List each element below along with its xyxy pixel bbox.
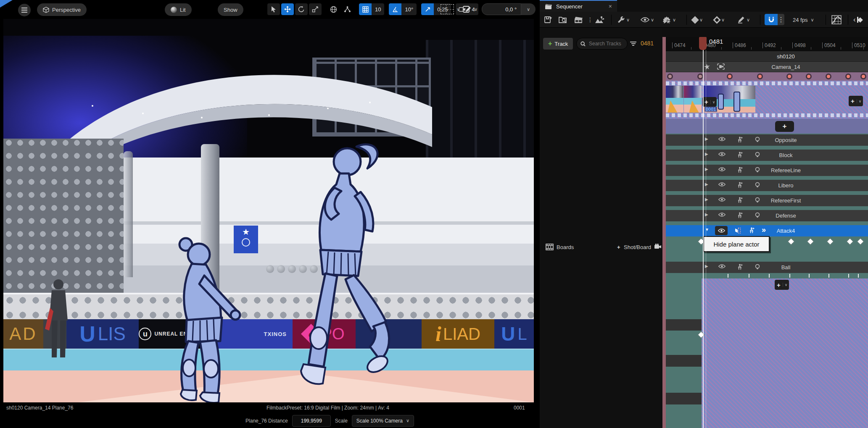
timeline-lower-area: +∨: [666, 278, 868, 428]
search-tracks-input[interactable]: [588, 40, 623, 47]
autokey-options-dropdown[interactable]: ∨: [714, 15, 725, 25]
toolbar-options-dots-icon[interactable]: ⋮: [587, 15, 593, 25]
select-tool-button[interactable]: [267, 3, 280, 15]
plane-scale-label: Scale: [335, 418, 348, 424]
keyframe-dot[interactable]: [757, 74, 763, 79]
keyframe-diamond[interactable]: [847, 238, 854, 245]
filter-icon[interactable]: [630, 42, 636, 46]
filmstrip-track[interactable]: 0001 +∨ +∨: [666, 81, 868, 119]
camera-cut-keyframe-bar[interactable]: [666, 72, 868, 81]
browse-sequence-icon[interactable]: [559, 15, 567, 25]
camera-angle-dropdown[interactable]: ∨: [521, 3, 536, 15]
rotation-snap-value[interactable]: 10°: [401, 3, 417, 15]
plus-icon[interactable]: +: [617, 244, 620, 250]
sequencer-tab[interactable]: Sequencer ×: [540, 0, 617, 12]
search-tracks-box[interactable]: [576, 38, 628, 50]
render-movie-icon[interactable]: [574, 15, 583, 25]
camera-track[interactable]: Camera_14: [666, 62, 868, 72]
keyframe-diamond[interactable]: [807, 238, 814, 245]
camera-angle-field[interactable]: 0,0 °: [482, 3, 521, 15]
playhead-marker[interactable]: [699, 37, 707, 50]
lit-label: Lit: [180, 7, 186, 13]
chevron-down-icon[interactable]: ∨: [474, 7, 478, 12]
local-space-button[interactable]: [341, 3, 354, 15]
show-label: Show: [224, 7, 237, 13]
track-row-ball[interactable]: ▶ Ball: [666, 262, 868, 273]
grid-snap-toggle[interactable]: [359, 3, 372, 15]
track-row-refereefirst[interactable]: ▶ RefereeFirst: [666, 195, 868, 206]
plane-scale-dropdown[interactable]: Scale 100% Camera ∨: [352, 415, 414, 427]
create-sequence-icon[interactable]: [544, 15, 552, 25]
snap-magnet-icon[interactable]: [765, 14, 778, 25]
grid-snap-value[interactable]: 10: [372, 3, 384, 15]
current-frame-field[interactable]: 0481: [641, 40, 654, 47]
close-icon[interactable]: ×: [609, 3, 612, 10]
keyframe-diamond[interactable]: [788, 238, 795, 245]
show-dropdown[interactable]: Show: [218, 3, 243, 16]
lit-dropdown[interactable]: Lit: [165, 3, 192, 16]
keyframe-options-dropdown[interactable]: ∨: [692, 15, 703, 25]
world-space-button[interactable]: [327, 3, 340, 15]
viewport-menu-button[interactable]: [18, 4, 31, 16]
add-track-timeline-button[interactable]: +∨: [775, 280, 789, 290]
move-tool-button[interactable]: [281, 3, 294, 15]
boards-label[interactable]: Boards: [557, 244, 574, 250]
keyframe-dot[interactable]: [697, 74, 703, 79]
board-lane[interactable]: +: [666, 119, 868, 134]
sequencer-range-strip[interactable]: [662, 37, 666, 428]
keyframe-dot[interactable]: [667, 74, 673, 79]
playhead-line[interactable]: [703, 50, 704, 428]
camera-icon[interactable]: [654, 244, 662, 250]
sequencer-outliner: +Track 0481 Boards + Shot/Board: [540, 28, 662, 428]
track-row-defense[interactable]: ▶ Defense: [666, 210, 868, 221]
track-row-refereeline[interactable]: ▶ RefereeLine: [666, 165, 868, 176]
track-row-block[interactable]: ▶ Block: [666, 150, 868, 161]
keyframe-dot[interactable]: [826, 74, 831, 79]
shot-thumbnail: [666, 86, 683, 113]
keyframe-diamond[interactable]: [827, 238, 834, 245]
track-row-libero[interactable]: ▶ Libero: [666, 180, 868, 191]
scale-tool-button[interactable]: [309, 3, 322, 15]
rotate-tool-button[interactable]: [295, 3, 308, 15]
edit-mode-pen-dropdown[interactable]: ∨: [737, 15, 750, 25]
ruler-tick: 0498: [792, 42, 806, 48]
viewport-scene[interactable]: ★ AD U LIS u UNREAL ENGINE TXINOS e PO i…: [3, 19, 534, 402]
playback-options-dropdown[interactable]: ∨: [663, 15, 676, 25]
previous-key-icon[interactable]: ‹: [853, 15, 862, 25]
track-row-attack4-selected[interactable]: ▼ » Attack4: [666, 225, 868, 236]
empty-row: [666, 355, 702, 367]
keyframe-dot[interactable]: [727, 74, 733, 79]
rotation-snap-toggle[interactable]: [389, 3, 401, 15]
add-track-button[interactable]: +Track: [543, 38, 573, 50]
settings-wrench-dropdown[interactable]: ∨: [617, 15, 630, 25]
export-icon[interactable]: [594, 15, 604, 25]
chevron-down-icon[interactable]: ∨: [456, 7, 460, 12]
curve-editor-icon[interactable]: [831, 15, 842, 25]
keyframe-dot[interactable]: [845, 74, 851, 79]
keyframe-dot[interactable]: [806, 74, 812, 79]
snap-toggle-group: ⋮: [765, 14, 784, 25]
viewport-corner-marker: [0, 0, 13, 8]
referee-silhouette: [43, 278, 75, 360]
add-section-button-right[interactable]: +∨: [849, 96, 863, 106]
edit-mode-icon[interactable]: [462, 5, 472, 14]
keyframe-dot[interactable]: [786, 74, 792, 79]
view-options-eye-dropdown[interactable]: ∨: [641, 15, 654, 25]
timeline-ruler[interactable]: 0474 0480 0486 0492 0498 0504 0510 0481: [666, 37, 868, 51]
film-perforations: [666, 81, 868, 85]
add-shot-board-button[interactable]: Shot/Board: [624, 244, 651, 250]
ball-keys-strip: [666, 273, 868, 278]
scale-snap-toggle[interactable]: [421, 3, 434, 15]
fps-dropdown[interactable]: 24 fps∨: [793, 15, 814, 25]
snap-options-dots-icon[interactable]: ⋮: [778, 14, 784, 25]
add-section-button[interactable]: +∨: [702, 97, 717, 107]
keyframe-dot[interactable]: [860, 74, 866, 79]
keyframe-diamond[interactable]: [857, 238, 864, 245]
shot-name: sh0120: [703, 51, 868, 62]
perspective-dropdown[interactable]: Perspective: [37, 3, 87, 16]
shot-section[interactable]: sh0120: [666, 51, 868, 62]
preview-grid-icon[interactable]: [441, 4, 454, 14]
plane-distance-input[interactable]: [292, 415, 331, 427]
add-board-button[interactable]: +: [775, 121, 794, 132]
track-row-opposite[interactable]: ▶ Opposite: [666, 134, 868, 146]
